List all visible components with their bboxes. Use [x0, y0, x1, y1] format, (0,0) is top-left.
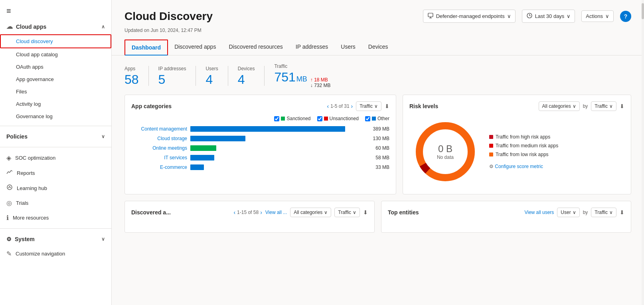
sidebar-item-governance-log[interactable]: Governance log	[0, 110, 111, 123]
reports-icon	[6, 169, 13, 177]
sidebar-item-activity-log[interactable]: Activity log	[0, 98, 111, 110]
actions-button[interactable]: Actions ∨	[581, 10, 614, 22]
app-categories-header: App categories ‹ 1-5 of 31 › Traffic ∨ ⬇	[131, 101, 389, 111]
tab-discovered-resources[interactable]: Discovered resources	[222, 40, 289, 55]
donut-chart: 0 B No data	[409, 116, 481, 188]
bar-value: 33 MB	[365, 164, 389, 170]
sidebar-item-cloud-discovery[interactable]: Cloud discovery	[0, 34, 111, 48]
traffic-filter-dropdown[interactable]: Traffic ∨	[356, 101, 381, 111]
prev-arrow[interactable]: ‹	[327, 103, 329, 109]
tab-dashboard[interactable]: Dashboard	[124, 40, 168, 55]
bar-chart: Content management 389 MB Cloud storage …	[131, 126, 389, 170]
category-filter[interactable]: All categories ∨	[290, 208, 331, 217]
tab-discovered-apps[interactable]: Discovered apps	[168, 40, 222, 55]
prev-arrow[interactable]: ‹	[233, 209, 235, 216]
risk-levels-controls: All categories ∨ by Traffic ∨ ⬇	[539, 101, 624, 111]
entity-chevron: ∨	[573, 210, 576, 215]
view-all-link[interactable]: View all ...	[265, 210, 287, 215]
unsanctioned-dot	[324, 117, 328, 121]
sanctioned-dot	[281, 117, 285, 121]
svg-point-0	[7, 185, 12, 190]
sidebar-nav-reports[interactable]: Reports	[0, 165, 111, 180]
view-all-users-link[interactable]: View all users	[524, 210, 554, 215]
sidebar-nav-trials[interactable]: ◎ Trials	[0, 196, 111, 210]
page-header: Cloud Discovery Defender-managed endpoin…	[112, 0, 644, 23]
bar-container	[190, 145, 362, 151]
app-categories-title: App categories	[131, 103, 172, 109]
legend-other-checkbox[interactable]	[365, 116, 370, 121]
sidebar-nav-learning[interactable]: Learning hub	[0, 180, 111, 196]
hamburger-button[interactable]: ≡	[0, 0, 111, 19]
risk-levels-title: Risk levels	[409, 103, 438, 109]
bar-row-1: Cloud storage 130 MB	[131, 136, 389, 141]
help-button[interactable]: ?	[620, 11, 631, 22]
bar-label[interactable]: E-commerce	[131, 164, 187, 170]
next-arrow[interactable]: ›	[351, 103, 353, 109]
category-filter-chevron: ∨	[573, 103, 576, 109]
donut-label: No data	[437, 154, 454, 160]
by-filter-label: Traffic	[595, 103, 608, 109]
download-icon[interactable]: ⬇	[385, 103, 389, 109]
actions-chevron: ∨	[605, 13, 609, 19]
endpoint-button[interactable]: Defender-managed endpoints ∨	[423, 10, 516, 23]
by-traffic-filter[interactable]: Traffic ∨	[591, 208, 616, 217]
scroll-thumb[interactable]	[642, 3, 644, 19]
sidebar-nav-soc[interactable]: ◈ SOC optimization	[0, 151, 111, 165]
category-filter-dropdown[interactable]: All categories ∨	[539, 101, 580, 111]
bottom-row: Discovered a... ‹ 1-15 of 58 › View all …	[112, 201, 644, 239]
download-icon[interactable]: ⬇	[620, 103, 624, 109]
stat-apps-label: Apps	[124, 66, 139, 71]
top-entities-header: Top entities View all users User ∨ by Tr…	[388, 208, 624, 217]
download-icon[interactable]: ⬇	[620, 209, 624, 216]
traffic-unit: MB	[296, 75, 307, 83]
learning-icon	[6, 184, 13, 192]
sidebar-divider-1	[0, 126, 111, 126]
policies-section[interactable]: Policies ∨	[0, 129, 111, 144]
configure-score-link[interactable]: Configure score metric	[495, 164, 543, 169]
bar-label[interactable]: Online meetings	[131, 145, 187, 151]
bar-fill	[190, 136, 245, 141]
donut-value: 0 B	[437, 143, 454, 154]
sidebar-nav-more[interactable]: ℹ More resources	[0, 210, 111, 225]
bar-fill	[190, 126, 345, 132]
bar-row-4: E-commerce 33 MB	[131, 164, 389, 170]
bar-label[interactable]: Cloud storage	[131, 136, 187, 141]
tab-label: IP addresses	[296, 44, 328, 50]
traffic-download: ↓ 732 MB	[310, 83, 331, 88]
sidebar-item-app-governance[interactable]: App governance	[0, 73, 111, 85]
tab-users[interactable]: Users	[334, 40, 362, 55]
by-traffic-label: Traffic	[595, 210, 608, 215]
by-filter-dropdown[interactable]: Traffic ∨	[591, 101, 616, 111]
system-section[interactable]: ⚙ System ∨	[0, 232, 111, 246]
sidebar: ≡ ☁ Cloud apps ∧ Cloud discovery Cloud a…	[0, 0, 112, 305]
download-arrow: ↓	[310, 83, 313, 88]
legend-sanctioned-checkbox[interactable]	[274, 116, 279, 121]
time-button[interactable]: Last 30 days ∨	[522, 10, 575, 23]
sidebar-nav-label: Trials	[16, 200, 28, 206]
sidebar-item-cloud-app-catalog[interactable]: Cloud app catalog	[0, 48, 111, 61]
stat-apps-value: 58	[124, 73, 139, 86]
bar-fill	[190, 145, 216, 151]
sidebar-item-oauth-apps[interactable]: OAuth apps	[0, 61, 111, 73]
tab-devices[interactable]: Devices	[362, 40, 395, 55]
more-resources-icon: ℹ	[6, 214, 9, 222]
legend-unsanctioned-checkbox[interactable]	[317, 116, 322, 121]
bar-label[interactable]: Content management	[131, 126, 187, 132]
entity-filter[interactable]: User ∨	[557, 208, 579, 217]
bar-container	[190, 155, 362, 160]
next-arrow[interactable]: ›	[260, 209, 262, 216]
bar-label[interactable]: IT services	[131, 155, 187, 160]
sidebar-nav-customize[interactable]: ✎ Customize navigation	[0, 246, 111, 261]
scrollbar	[642, 0, 644, 305]
sidebar-item-label: OAuth apps	[16, 64, 43, 70]
download-icon[interactable]: ⬇	[363, 209, 368, 216]
tab-ip-addresses[interactable]: IP addresses	[289, 40, 334, 55]
traffic-filter[interactable]: Traffic ∨	[334, 208, 360, 217]
stat-traffic: Traffic 751 MB ↑ 18 MB ↓ 732 MB	[274, 63, 340, 88]
cloud-apps-section[interactable]: ☁ Cloud apps ∧	[0, 19, 111, 34]
donut-section: 0 B No data Traffic from high risk apps …	[409, 116, 624, 188]
legend-unsanctioned: Unsanctioned	[317, 116, 359, 121]
system-icon: ⚙	[6, 236, 12, 242]
sidebar-item-files[interactable]: Files	[0, 85, 111, 98]
donut-legend: Traffic from high risk apps Traffic from…	[489, 134, 558, 169]
